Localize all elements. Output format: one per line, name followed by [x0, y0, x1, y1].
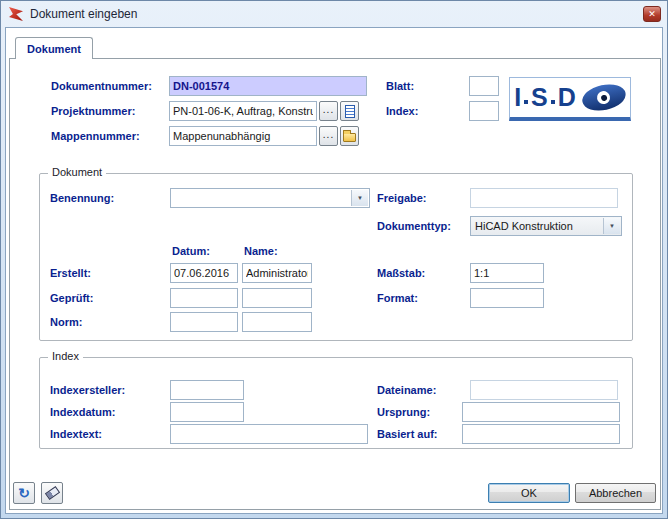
norm-datum-input[interactable]	[170, 312, 238, 332]
dokumenttyp-combobox[interactable]: HiCAD Konstruktion ▼	[470, 216, 622, 236]
mappennummer-browse-button[interactable]: ...	[319, 126, 338, 146]
format-input[interactable]	[470, 288, 544, 308]
mappennummer-label: Mappennummer:	[51, 130, 140, 142]
freigabe-label: Freigabe:	[377, 192, 427, 204]
ellipsis-icon: ...	[320, 102, 337, 118]
blatt-label: Blatt:	[386, 80, 414, 92]
projektnummer-label: Projektnummer:	[51, 105, 135, 117]
window-title: Dokument eingeben	[30, 7, 137, 21]
dateiname-label: Dateiname:	[377, 384, 436, 396]
index-input[interactable]	[469, 101, 499, 121]
logo-letter-i: I	[514, 85, 521, 110]
name-column-header: Name:	[244, 245, 278, 257]
dokumentnummer-label: Dokumentnummer:	[51, 80, 152, 92]
basiert-auf-label: Basiert auf:	[377, 428, 438, 440]
massstab-input[interactable]	[470, 263, 544, 283]
dokumentnummer-input[interactable]	[169, 76, 367, 96]
projektnummer-input[interactable]	[169, 101, 317, 121]
dokumenttyp-value: HiCAD Konstruktion	[475, 220, 573, 232]
tab-dokument[interactable]: Dokument	[15, 37, 93, 59]
indextext-label: Indextext:	[50, 428, 102, 440]
erstellt-datum-input[interactable]	[170, 263, 238, 283]
massstab-label: Maßstab:	[377, 267, 425, 279]
eraser-icon	[44, 486, 59, 500]
benennung-combobox[interactable]: ▼	[170, 188, 370, 208]
freigabe-input	[470, 188, 618, 208]
erstellt-name-input[interactable]	[242, 263, 312, 283]
ok-button[interactable]: OK	[488, 483, 570, 503]
close-button[interactable]: ✕	[643, 6, 661, 22]
projektnummer-browse-button[interactable]: ...	[319, 101, 338, 121]
dialog-dokument-eingeben: Dokument eingeben ✕ Dokument Dokumentnum…	[0, 0, 668, 519]
app-icon	[8, 6, 24, 22]
geprueft-name-input[interactable]	[242, 288, 312, 308]
refresh-button[interactable]: ↻	[13, 482, 35, 504]
norm-name-input[interactable]	[242, 312, 312, 332]
folder-icon	[343, 133, 356, 142]
format-label: Format:	[377, 292, 418, 304]
dokumenttyp-dropdown-icon: ▼	[603, 218, 620, 234]
close-icon: ✕	[648, 9, 656, 19]
projektnummer-note-button[interactable]	[340, 101, 359, 121]
datum-column-header: Datum:	[172, 245, 210, 257]
logo-eye-icon	[580, 81, 628, 115]
eraser-button[interactable]	[41, 482, 63, 504]
erstellt-label: Erstellt:	[50, 267, 91, 279]
geprueft-datum-input[interactable]	[170, 288, 238, 308]
refresh-icon: ↻	[14, 483, 34, 503]
indexdatum-label: Indexdatum:	[50, 406, 115, 418]
mappennummer-input[interactable]	[169, 126, 317, 146]
logo-letter-d: D	[558, 85, 576, 110]
benennung-dropdown-icon: ▼	[351, 190, 368, 206]
dokument-group: Dokument Benennung: ▼ Freigabe: Dokument…	[39, 173, 633, 341]
dateiname-input	[470, 380, 618, 400]
basiert-auf-input[interactable]	[462, 424, 620, 444]
dokument-group-title: Dokument	[48, 166, 106, 178]
ursprung-input[interactable]	[462, 402, 620, 422]
ellipsis-icon: ...	[320, 127, 337, 143]
norm-label: Norm:	[50, 316, 82, 328]
index-group: Index Indexersteller: Dateiname: Indexda…	[39, 357, 633, 449]
titlebar: Dokument eingeben	[1, 1, 667, 27]
cancel-button[interactable]: Abbrechen	[575, 483, 656, 503]
logo-letter-s: S	[531, 85, 548, 110]
logo-dot	[551, 100, 555, 104]
indexersteller-input[interactable]	[170, 380, 244, 400]
note-icon	[345, 105, 355, 118]
mappennummer-folder-button[interactable]	[340, 126, 359, 146]
benennung-label: Benennung:	[50, 192, 114, 204]
logo-dot	[524, 100, 528, 104]
geprueft-label: Geprüft:	[50, 292, 93, 304]
dokumenttyp-label: Dokumenttyp:	[377, 220, 451, 232]
blatt-input[interactable]	[469, 76, 499, 96]
index-group-title: Index	[48, 350, 83, 362]
ursprung-label: Ursprung:	[377, 406, 430, 418]
indexdatum-input[interactable]	[170, 402, 244, 422]
tab-label: Dokument	[27, 43, 81, 55]
index-label: Index:	[386, 105, 418, 117]
isd-logo: I S D	[509, 77, 631, 121]
indextext-input[interactable]	[170, 424, 368, 444]
indexersteller-label: Indexersteller:	[50, 384, 125, 396]
